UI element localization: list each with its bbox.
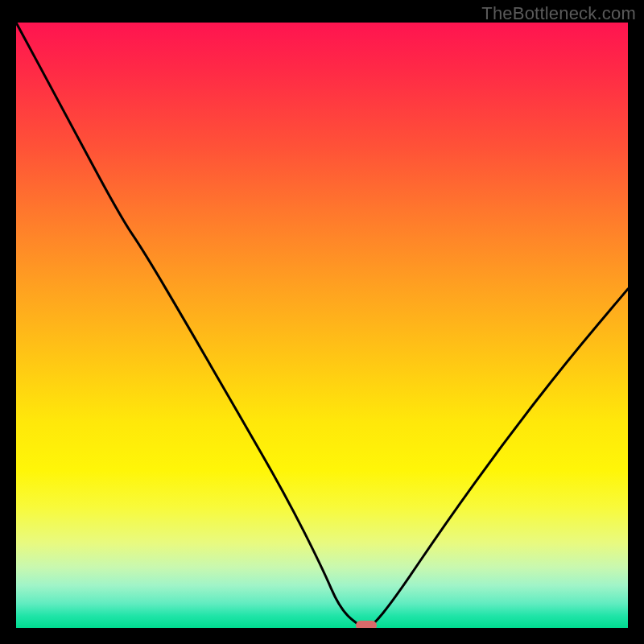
chart-plot-area bbox=[16, 23, 628, 628]
optimum-marker bbox=[356, 621, 377, 628]
watermark-text: TheBottleneck.com bbox=[481, 3, 636, 24]
chart-curve bbox=[16, 23, 628, 628]
bottleneck-curve-path bbox=[16, 23, 628, 628]
